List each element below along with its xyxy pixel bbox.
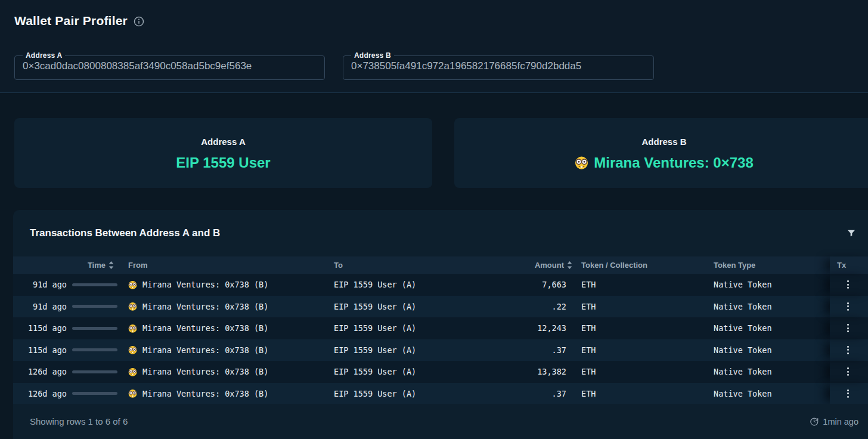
kebab-menu-icon[interactable] — [845, 321, 851, 335]
from-value: Mirana Ventures: 0x738 (B) — [142, 389, 268, 398]
time-value: 126d ago — [28, 389, 67, 398]
last-updated-text: 1min ago — [823, 417, 858, 426]
time-cell: 126d ago — [13, 389, 117, 398]
token-type-cell: Native Token — [705, 367, 830, 376]
address-b-input[interactable]: 0×738505fa491c972a196582176685fc790d2bdd… — [343, 60, 653, 72]
time-cell: 126d ago — [13, 367, 117, 376]
to-cell[interactable]: EIP 1559 User (A) — [334, 302, 513, 311]
kebab-menu-icon[interactable] — [845, 300, 851, 313]
from-value: Mirana Ventures: 0x738 (B) — [142, 367, 268, 376]
transactions-card: Transactions Between Address A and B Tim… — [13, 210, 868, 439]
address-b-profile-text: Mirana Ventures: 0×738 — [594, 154, 753, 171]
token-type-cell: Native Token — [705, 345, 830, 355]
to-cell[interactable]: EIP 1559 User (A) — [334, 280, 513, 289]
token-cell: ETH — [572, 367, 705, 376]
column-header-token-collection: Token / Collection — [572, 261, 705, 270]
address-a-card-label: Address A — [201, 137, 245, 147]
table-row: 115d ago Mirana Ventures: 0x738 (B) EIP … — [13, 339, 868, 361]
to-cell[interactable]: EIP 1559 User (A) — [334, 323, 513, 333]
to-cell[interactable]: EIP 1559 User (A) — [334, 367, 513, 376]
from-cell[interactable]: Mirana Ventures: 0x738 (B) — [117, 389, 334, 398]
table-head: Transactions Between Address A and B — [13, 210, 868, 256]
time-cell: 91d ago — [13, 280, 117, 289]
time-value: 126d ago — [28, 367, 67, 376]
amount-cell: .37 — [513, 345, 572, 355]
kebab-menu-icon[interactable] — [845, 344, 851, 357]
column-header-token-type: Token Type — [705, 261, 830, 270]
from-cell[interactable]: Mirana Ventures: 0x738 (B) — [117, 323, 334, 333]
from-cell[interactable]: Mirana Ventures: 0x738 (B) — [117, 345, 334, 355]
info-icon[interactable] — [134, 16, 144, 27]
address-a-label: Address A — [23, 51, 65, 60]
address-input-section: Address A 0×3cad0dac0800808385af3490c058… — [0, 42, 868, 93]
address-b-label: Address B — [351, 51, 394, 60]
column-header-time[interactable]: Time — [13, 261, 117, 270]
time-value: 115d ago — [28, 323, 67, 333]
clock-refresh-icon[interactable] — [810, 417, 819, 426]
table-row: 126d ago Mirana Ventures: 0x738 (B) EIP … — [13, 361, 868, 383]
table-row: 126d ago Mirana Ventures: 0x738 (B) EIP … — [13, 383, 868, 405]
column-header-to: To — [334, 261, 513, 270]
sort-icon — [108, 261, 114, 269]
address-a-profile-card: Address A EIP 1559 User — [14, 118, 432, 188]
last-updated: 1min ago — [810, 417, 858, 426]
from-cell[interactable]: Mirana Ventures: 0x738 (B) — [117, 280, 334, 289]
from-value: Mirana Ventures: 0x738 (B) — [142, 280, 268, 289]
address-a-profile-link[interactable]: EIP 1559 User — [176, 154, 270, 171]
token-cell: ETH — [572, 323, 705, 333]
tx-cell — [830, 296, 868, 318]
time-cell: 115d ago — [13, 345, 117, 355]
tx-cell — [830, 383, 868, 405]
amount-cell: 13,382 — [513, 367, 572, 376]
table-row: 91d ago Mirana Ventures: 0x738 (B) EIP 1… — [13, 274, 868, 296]
address-a-input[interactable]: 0×3cad0dac0800808385af3490c058ad5bc9ef56… — [15, 60, 324, 72]
time-progress-bar — [72, 370, 117, 373]
token-cell: ETH — [572, 302, 705, 311]
token-cell: ETH — [572, 280, 705, 289]
page-title: Wallet Pair Profiler — [14, 14, 128, 28]
from-cell[interactable]: Mirana Ventures: 0x738 (B) — [117, 302, 334, 311]
time-value: 91d ago — [33, 302, 67, 311]
amount-cell: 12,243 — [513, 323, 572, 333]
nerd-face-emoji — [575, 156, 588, 169]
token-type-cell: Native Token — [705, 389, 830, 398]
column-header-amount[interactable]: Amount — [513, 261, 572, 270]
from-value: Mirana Ventures: 0x738 (B) — [142, 345, 268, 355]
token-cell: ETH — [572, 389, 705, 398]
address-b-profile-link[interactable]: Mirana Ventures: 0×738 — [575, 154, 753, 171]
amount-cell: .37 — [513, 389, 572, 398]
kebab-menu-icon[interactable] — [845, 387, 851, 400]
table-footer: Showing rows 1 to 6 of 6 1min ago — [13, 404, 868, 439]
token-type-cell: Native Token — [705, 280, 830, 289]
amount-cell: 7,663 — [513, 280, 572, 289]
filter-icon[interactable] — [847, 228, 856, 238]
address-b-profile-card: Address B Mirana Ventures: 0×738 — [454, 118, 868, 188]
time-progress-bar — [72, 392, 117, 395]
time-progress-bar — [72, 327, 117, 330]
tx-cell — [830, 339, 868, 361]
nerd-face-emoji — [128, 302, 137, 311]
table-title: Transactions Between Address A and B — [30, 227, 220, 239]
to-cell[interactable]: EIP 1559 User (A) — [334, 389, 513, 398]
from-cell[interactable]: Mirana Ventures: 0x738 (B) — [117, 367, 334, 376]
address-b-card-label: Address B — [641, 137, 686, 147]
table-body: 91d ago Mirana Ventures: 0x738 (B) EIP 1… — [13, 274, 868, 404]
tx-cell — [830, 361, 868, 383]
kebab-menu-icon[interactable] — [845, 365, 851, 378]
kebab-menu-icon[interactable] — [845, 278, 851, 291]
tx-cell — [830, 274, 868, 296]
to-cell[interactable]: EIP 1559 User (A) — [334, 345, 513, 355]
time-progress-bar — [72, 305, 117, 308]
rows-count-status: Showing rows 1 to 6 of 6 — [30, 416, 128, 426]
nerd-face-emoji — [128, 280, 137, 289]
nerd-face-emoji — [128, 345, 137, 354]
time-progress-bar — [72, 283, 117, 286]
token-type-cell: Native Token — [705, 323, 830, 333]
nerd-face-emoji — [128, 367, 137, 376]
time-progress-bar — [72, 348, 117, 351]
column-header-from: From — [117, 261, 334, 270]
address-a-profile-text: EIP 1559 User — [176, 154, 270, 171]
amount-cell: .22 — [513, 302, 572, 311]
column-header-amount-label: Amount — [535, 261, 564, 270]
sort-icon — [567, 261, 572, 269]
